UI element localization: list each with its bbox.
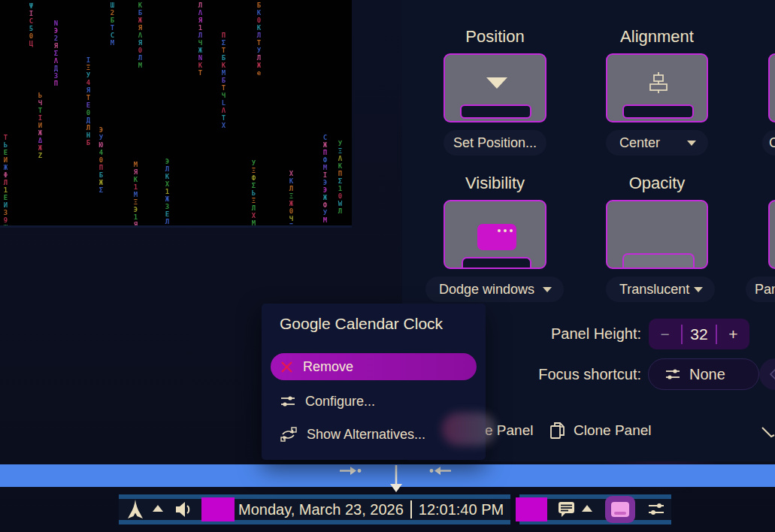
expand-arrow-button[interactable] bbox=[153, 505, 163, 512]
chevron-indicator-icon[interactable] bbox=[761, 425, 775, 440]
visibility-panel-preview bbox=[462, 257, 531, 268]
style-value-partial: Pan bbox=[755, 282, 775, 298]
sliders-icon bbox=[665, 368, 680, 380]
clock-widget[interactable]: Monday, March 23, 2026 12:01:40 PM bbox=[238, 494, 504, 524]
move-down-arrow-icon[interactable] bbox=[388, 465, 404, 493]
matrix-column: ЬЧТIИЖΔЖZ bbox=[36, 92, 44, 159]
matrix-column: IΞУ4ЯТЕ0ДЛHБ bbox=[84, 56, 92, 147]
show-alternatives-label: Show Alternatives... bbox=[307, 427, 425, 443]
message-bubble-icon bbox=[558, 501, 576, 518]
clone-panel-label: Clone Panel bbox=[574, 422, 652, 439]
style-card-clipped[interactable] bbox=[768, 200, 775, 269]
menu-item-configure[interactable]: Configure... bbox=[271, 388, 477, 415]
chevron-down-icon bbox=[694, 287, 703, 292]
panel-height-increase-button[interactable]: + bbox=[717, 325, 749, 343]
matrix-column: TЬЕИЖΦЛ1ЕИ39Ш bbox=[2, 134, 10, 228]
clone-panel-button[interactable]: Clone Panel bbox=[549, 418, 652, 443]
focus-shortcut-button[interactable]: None bbox=[648, 358, 759, 390]
matrix-column: ЭЛКХ1ЖЗЕЛБЛ bbox=[163, 158, 171, 228]
focus-shortcut-label: Focus shortcut: bbox=[474, 366, 641, 383]
matrix-column: ЭУЮ40ПБЖΣ bbox=[97, 126, 105, 194]
position-group-label: Position bbox=[444, 27, 546, 47]
menu-item-remove[interactable]: Remove bbox=[271, 353, 477, 380]
matrix-column: УΞΛКПΣ10WЛ bbox=[336, 140, 344, 215]
desktop: ΨIC50ЦNЭ2ЯΣΛД3ПЬЧТIИЖΔЖZTЬЕИЖΦЛ1ЕИ39ШIΞУ… bbox=[0, 0, 775, 532]
clock-separator bbox=[410, 500, 412, 518]
style-dropdown-clipped[interactable]: Pan bbox=[746, 277, 775, 302]
move-left-arrow-icon[interactable] bbox=[429, 465, 452, 476]
redacted-widget[interactable] bbox=[201, 497, 235, 521]
opacity-dropdown[interactable]: Translucent bbox=[606, 277, 715, 302]
visibility-dropdown[interactable]: Dodge windows bbox=[425, 277, 564, 302]
remove-x-icon bbox=[280, 361, 293, 373]
alignment-card[interactable] bbox=[606, 53, 708, 122]
opacity-value: Translucent bbox=[619, 282, 689, 298]
chevron-down-icon bbox=[687, 141, 696, 146]
clone-copy-icon bbox=[549, 422, 566, 440]
matrix-terminal-window[interactable]: ΨIC50ЦNЭ2ЯΣΛД3ПЬЧТIИЖΔЖZTЬЕИЖΦЛ1ЕИ39ШIΞУ… bbox=[0, 0, 352, 228]
alignment-dropdown[interactable]: Center bbox=[606, 130, 708, 156]
redaction-blur bbox=[442, 413, 496, 446]
matrix-column: ЛΛЯ1ЛЧЖNКТ bbox=[196, 2, 204, 77]
length-value-partial: C bbox=[769, 135, 775, 151]
backspace-clear-icon bbox=[764, 367, 775, 382]
matrix-column: ΨIC50Ц bbox=[27, 2, 35, 47]
visibility-value: Dodge windows bbox=[439, 282, 534, 298]
set-position-button[interactable]: Set Position... bbox=[444, 130, 546, 156]
system-tray-expander[interactable] bbox=[582, 505, 592, 512]
window-icon bbox=[477, 224, 516, 250]
opacity-panel-preview bbox=[622, 253, 695, 268]
remove-label: Remove bbox=[303, 359, 353, 375]
clock-time: 12:01:40 PM bbox=[419, 501, 504, 518]
panel-configure-button[interactable] bbox=[647, 502, 665, 517]
focus-shortcut-value: None bbox=[689, 366, 725, 383]
alignment-panel-preview bbox=[622, 104, 694, 119]
context-menu-title: Google Calendar Clock bbox=[280, 315, 443, 333]
matrix-column: СЖПФМIЭЭЖФУМ bbox=[321, 134, 329, 224]
show-alternatives-icon bbox=[280, 427, 297, 442]
notifications-button[interactable] bbox=[558, 501, 576, 518]
configure-label: Configure... bbox=[305, 394, 375, 410]
opacity-card[interactable] bbox=[606, 200, 708, 269]
visibility-card[interactable] bbox=[444, 200, 546, 269]
alignment-group-label: Alignment bbox=[606, 27, 708, 47]
align-center-icon bbox=[649, 71, 668, 94]
matrix-column: КБЖЯΛЯ0ЛМ bbox=[136, 2, 144, 69]
caret-up-icon bbox=[153, 505, 163, 512]
matrix-column: ХКЛΞЖ0ЧΞI bbox=[287, 170, 295, 228]
position-card[interactable] bbox=[444, 53, 546, 122]
position-panel-preview bbox=[460, 104, 531, 119]
sliders-icon bbox=[647, 502, 665, 517]
matrix-column: Ш2БТСМ bbox=[108, 2, 117, 47]
redacted-widget[interactable] bbox=[516, 497, 547, 521]
speaker-icon bbox=[174, 500, 192, 518]
matrix-column: БК0КЛТУЛЖe bbox=[255, 2, 263, 77]
matrix-column: УΞФΣЬΞЛXМГ3Е bbox=[250, 159, 258, 228]
taskbar-panel: Monday, March 23, 2026 12:01:40 PM bbox=[119, 494, 671, 524]
move-right-arrow-icon[interactable] bbox=[339, 465, 362, 476]
panel-height-label: Panel Height: bbox=[474, 325, 641, 343]
panel-height-value[interactable]: 32 bbox=[683, 325, 715, 343]
set-position-label: Set Position... bbox=[453, 135, 537, 151]
alignment-value: Center bbox=[619, 135, 660, 151]
matrix-column: NЭ2ЯΣΛД3П bbox=[52, 20, 60, 87]
caret-up-icon bbox=[582, 505, 592, 512]
opacity-group-label: Opacity bbox=[606, 174, 708, 193]
panel-height-decrease-button[interactable]: − bbox=[649, 325, 681, 343]
panel-height-spinbox: − 32 + bbox=[649, 319, 749, 349]
position-arrow-down-icon bbox=[486, 77, 507, 89]
clock-date: Monday, March 23, 2026 bbox=[238, 501, 404, 518]
visibility-group-label: Visibility bbox=[444, 174, 546, 193]
matrix-column: МЯК1МΞЭ1ЯΣ30 bbox=[132, 161, 140, 228]
length-card-clipped[interactable] bbox=[768, 53, 775, 122]
chevron-down-icon bbox=[543, 287, 552, 292]
matrix-column: ПΣТБKМБТЧLΛТХ bbox=[219, 32, 228, 129]
arch-linux-logo-icon bbox=[127, 499, 144, 520]
volume-button[interactable] bbox=[174, 500, 192, 518]
app-launcher-button[interactable] bbox=[126, 497, 144, 521]
panel-window-icon bbox=[611, 502, 629, 517]
panel-icon-highlighted[interactable] bbox=[605, 496, 635, 523]
configure-sliders-icon bbox=[280, 395, 295, 408]
